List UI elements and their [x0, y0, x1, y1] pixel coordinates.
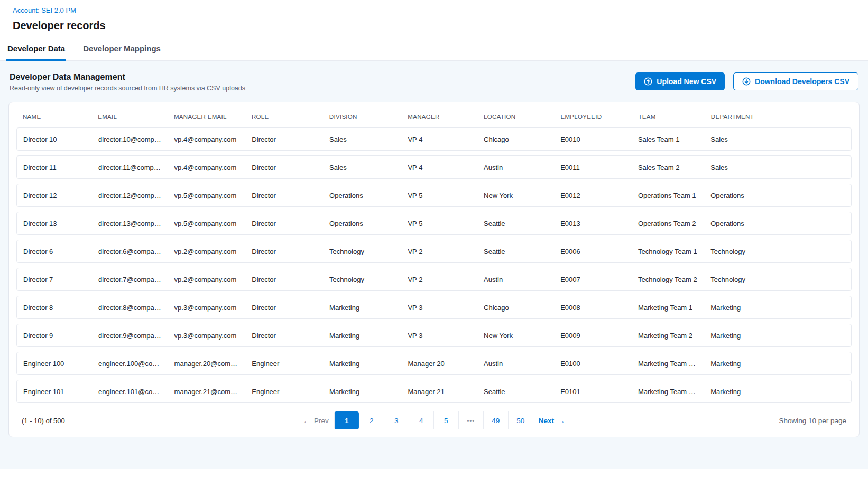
table-row: Director 13director.13@compan...vp.5@com… — [16, 212, 852, 235]
table-cell: VP 5 — [401, 191, 477, 199]
table-cell: Operations — [704, 219, 851, 227]
table-cell: engineer.101@comp... — [92, 388, 168, 396]
table-cell: vp.4@company.com — [168, 135, 246, 143]
table-row: Director 12director.12@compan...vp.5@com… — [16, 184, 852, 207]
pagination-prev-button[interactable]: ← Prev — [298, 411, 334, 429]
table-cell: Engineer — [245, 360, 323, 368]
table-cell: Sales Team 2 — [632, 163, 704, 171]
pagination-pages: ← Prev 12345•••4950 Next → — [298, 411, 570, 429]
table-cell: Seattle — [477, 388, 554, 396]
table-cell: Austin — [477, 163, 554, 171]
table-cell: vp.2@company.com — [168, 276, 246, 283]
pagination-range-label: (1 - 10) of 500 — [22, 417, 65, 425]
per-page-label: Showing 10 per page — [779, 417, 846, 425]
table-cell: Director — [245, 276, 323, 283]
table-cell: Engineer 100 — [17, 360, 92, 368]
column-header: TEAM — [632, 107, 704, 127]
pagination-page-3[interactable]: 3 — [384, 411, 409, 429]
table-cell: vp.2@company.com — [168, 248, 246, 255]
column-header: MANAGER — [401, 107, 477, 127]
table-cell: vp.5@company.com — [168, 191, 246, 199]
pagination-page-2[interactable]: 2 — [359, 411, 384, 429]
developer-data-section: Developer Data Management Read-only view… — [0, 61, 868, 469]
arrow-left-icon: ← — [303, 417, 310, 424]
page-header: Account: SEI 2.0 PM Developer records — [0, 0, 868, 37]
table-cell: VP 3 — [401, 304, 477, 312]
table-cell: Director 9 — [17, 332, 92, 340]
pagination-ellipsis: ••• — [458, 411, 483, 429]
table-cell: director.11@compan... — [92, 163, 168, 171]
table-cell: Marketing — [323, 332, 401, 340]
table-cell: director.12@compan... — [92, 191, 168, 199]
section-subtitle: Read-only view of developer records sour… — [10, 85, 245, 92]
table-header-row: NAMEEMAILMANAGER EMAILROLEDIVISIONMANAGE… — [16, 107, 852, 127]
prev-label: Prev — [314, 417, 329, 425]
pagination-next-button[interactable]: Next → — [533, 411, 570, 429]
pagination-page-50[interactable]: 50 — [508, 411, 533, 429]
pagination-page-4[interactable]: 4 — [409, 411, 433, 429]
table-cell: vp.4@company.com — [168, 163, 246, 171]
table-cell: Operations Team 1 — [632, 191, 704, 199]
table-cell: Engineer — [245, 388, 323, 396]
table-cell: E0007 — [554, 276, 632, 283]
table-cell: Director 6 — [17, 248, 92, 255]
pagination-page-5[interactable]: 5 — [433, 411, 458, 429]
table-cell: E0008 — [554, 304, 632, 312]
table-cell: Director — [245, 219, 323, 227]
tab-developer-data[interactable]: Developer Data — [6, 37, 66, 60]
table-cell: E0011 — [554, 163, 632, 171]
column-header: ROLE — [245, 107, 323, 127]
table-cell: VP 4 — [401, 135, 477, 143]
table-row: Director 10director.10@compan...vp.4@com… — [16, 127, 852, 151]
column-header: MANAGER EMAIL — [168, 107, 245, 127]
table-cell: Director — [245, 135, 323, 143]
table-cell: Sales — [323, 163, 401, 171]
section-header: Developer Data Management Read-only view… — [8, 71, 860, 102]
table-cell: Marketing — [704, 360, 851, 368]
table-cell: Director — [245, 191, 323, 199]
table-cell: director.7@company.... — [92, 276, 168, 283]
tab-developer-mappings[interactable]: Developer Mappings — [82, 37, 162, 60]
table-cell: Director — [245, 332, 323, 340]
table-cell: Technology Team 1 — [632, 248, 704, 255]
table-cell: E0012 — [554, 191, 632, 199]
table-cell: VP 2 — [401, 248, 477, 255]
table-cell: Marketing — [323, 360, 401, 368]
table-cell: Director — [245, 304, 323, 312]
table-cell: E0101 — [554, 388, 632, 396]
table-cell: vp.3@company.com — [168, 332, 246, 340]
table-cell: Operations — [323, 219, 401, 227]
table-body: Director 10director.10@compan...vp.4@com… — [16, 127, 852, 403]
pagination-page-1[interactable]: 1 — [334, 411, 359, 429]
table-cell: Technology — [704, 248, 851, 255]
table-cell: director.6@company.... — [92, 248, 168, 255]
table-row: Director 11director.11@compan...vp.4@com… — [16, 155, 852, 179]
table-cell: Engineer 101 — [17, 388, 92, 396]
table-cell: Marketing Team 2 Su... — [632, 388, 704, 396]
table-cell: Operations Team 2 — [632, 219, 704, 227]
account-breadcrumb-link[interactable]: Account: SEI 2.0 PM — [13, 6, 76, 14]
table-cell: Director — [245, 248, 323, 255]
pagination-bar: (1 - 10) of 500 ← Prev 12345•••4950 Next… — [16, 411, 852, 429]
page-title: Developer records — [13, 20, 855, 32]
table-cell: E0100 — [554, 360, 632, 368]
pagination-page-49[interactable]: 49 — [483, 411, 508, 429]
download-developers-csv-button[interactable]: Download Developers CSV — [733, 72, 858, 90]
column-header: DIVISION — [323, 107, 402, 127]
upload-button-label: Upload New CSV — [657, 77, 716, 86]
table-row: Engineer 100engineer.100@comp...manager.… — [16, 352, 852, 375]
upload-new-csv-button[interactable]: Upload New CSV — [635, 72, 725, 90]
column-header: EMAIL — [91, 107, 168, 127]
table-row: Director 7director.7@company....vp.2@com… — [16, 268, 852, 291]
table-row: Director 6director.6@company....vp.2@com… — [16, 240, 852, 263]
table-cell: Technology — [323, 248, 401, 255]
table-cell: director.10@compan... — [92, 135, 168, 143]
table-cell: Operations — [704, 191, 851, 199]
table-cell: Chicago — [477, 304, 554, 312]
table-cell: E0009 — [554, 332, 632, 340]
table-cell: vp.5@company.com — [168, 219, 246, 227]
table-row: Director 8director.8@company....vp.3@com… — [16, 296, 852, 319]
table-cell: Technology Team 2 — [632, 276, 704, 283]
download-button-label: Download Developers CSV — [755, 77, 849, 86]
section-actions: Upload New CSV Download Developers CSV — [635, 72, 858, 90]
